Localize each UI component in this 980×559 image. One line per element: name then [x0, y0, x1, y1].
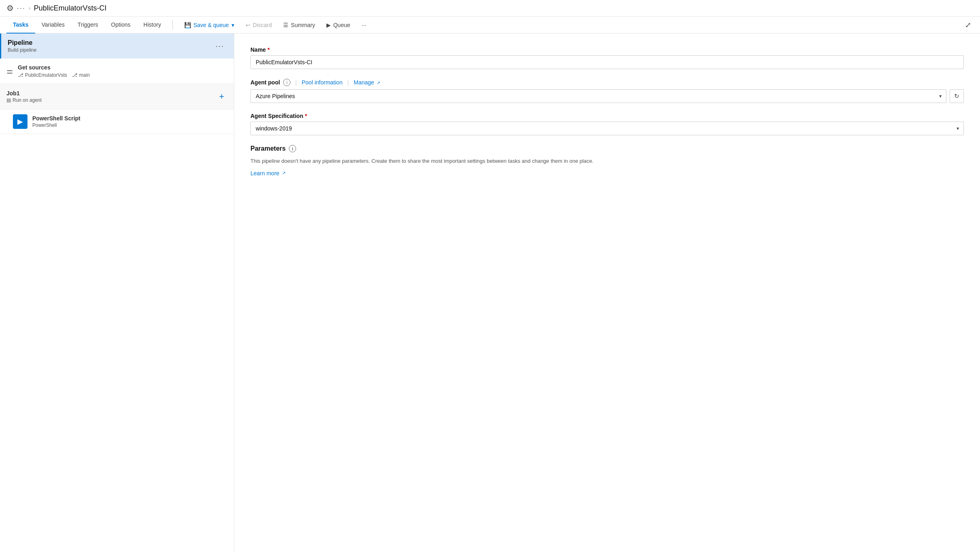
main-layout: Pipeline Build pipeline ··· ⚌ Get source… — [0, 34, 980, 552]
more-options-button[interactable]: ··· — [17, 4, 25, 13]
branch-info: ⎇ main — [72, 72, 90, 78]
agent-spec-label: Agent Specification * — [250, 113, 964, 119]
pipeline-more-button[interactable]: ··· — [212, 40, 227, 52]
sources-meta: ⎇ PublicEmulatorVsts ⎇ main — [18, 72, 90, 78]
pipeline-item-subtitle: Build pipeline — [8, 47, 36, 53]
agent-spec-group: Agent Specification * windows-2019 ▾ — [250, 113, 964, 135]
repo-name: PublicEmulatorVsts — [25, 72, 67, 78]
top-bar: ⚙ ··· › PublicEmulatorVsts-CI — [0, 0, 980, 17]
agent-pool-group: Agent pool i | Pool information | Manage… — [250, 79, 964, 103]
pool-information-link[interactable]: Pool information — [302, 79, 343, 86]
save-icon: 💾 — [184, 22, 191, 28]
pipeline-item-title: Pipeline — [8, 39, 36, 46]
pipe-sep-1: | — [295, 79, 297, 86]
name-label: Name * — [250, 46, 964, 53]
more-dots-icon: ··· — [362, 22, 366, 28]
nav-actions: 💾 Save & queue ▾ ↩ Discard ☰ Summary ▶ Q… — [179, 19, 371, 31]
page-title: PublicEmulatorVsts-CI — [34, 4, 107, 13]
left-panel: Pipeline Build pipeline ··· ⚌ Get source… — [0, 34, 234, 552]
save-queue-label: Save & queue — [193, 22, 229, 28]
parameters-section: Parameters i This pipeline doesn't have … — [250, 145, 964, 177]
agent-pool-info-icon[interactable]: i — [283, 79, 290, 86]
pipeline-item-info: Pipeline Build pipeline — [8, 39, 36, 53]
branch-icon: ⎇ — [72, 72, 78, 78]
external-link-icon: ↗ — [376, 80, 380, 85]
task-subtitle: PowerShell — [32, 122, 80, 128]
add-task-button[interactable]: + — [216, 90, 227, 103]
agent-pool-row: Agent pool i | Pool information | Manage… — [250, 79, 964, 86]
pool-select-wrapper: Azure Pipelines ▾ — [250, 89, 946, 103]
job1-subtitle: ▤ Run on agent — [6, 97, 42, 103]
tab-options[interactable]: Options — [105, 17, 137, 34]
branch-name: main — [79, 72, 90, 78]
queue-label: Queue — [333, 22, 350, 28]
pipeline-item[interactable]: Pipeline Build pipeline ··· — [0, 34, 234, 59]
agent-icon: ▤ — [6, 97, 11, 103]
name-input[interactable] — [250, 55, 964, 69]
more-nav-button[interactable]: ··· — [357, 19, 371, 31]
parameters-title: Parameters i — [250, 145, 964, 152]
job1-subtitle-text: Run on agent — [13, 97, 42, 103]
manage-link[interactable]: Manage ↗ — [354, 79, 380, 86]
agent-pool-label: Agent pool — [250, 79, 280, 86]
repo-icon: ⎇ — [18, 72, 23, 78]
queue-button[interactable]: ▶ Queue — [322, 19, 355, 31]
summary-label: Summary — [291, 22, 315, 28]
task-title: PowerShell Script — [32, 115, 80, 122]
refresh-pool-button[interactable]: ↻ — [950, 89, 964, 103]
nav-tabs: Tasks Variables Triggers Options History… — [0, 17, 980, 34]
parameters-info-icon[interactable]: i — [289, 145, 296, 152]
sources-title: Get sources — [18, 64, 90, 71]
sources-info: Get sources ⎇ PublicEmulatorVsts ⎇ main — [18, 64, 90, 78]
tab-variables[interactable]: Variables — [35, 17, 71, 34]
powershell-task-item[interactable]: ▶ PowerShell Script PowerShell — [0, 109, 234, 134]
name-field-group: Name * — [250, 46, 964, 69]
discard-button[interactable]: ↩ Discard — [241, 19, 277, 31]
undo-icon: ↩ — [246, 22, 250, 28]
tab-history[interactable]: History — [137, 17, 168, 34]
agent-spec-select-wrapper: windows-2019 ▾ — [250, 122, 964, 135]
get-sources-item[interactable]: ⚌ Get sources ⎇ PublicEmulatorVsts ⎇ mai… — [0, 59, 234, 84]
job1-info: Job1 ▤ Run on agent — [6, 90, 42, 103]
breadcrumb-chevron: › — [29, 5, 31, 11]
list-icon: ☰ — [283, 22, 288, 28]
discard-label: Discard — [253, 22, 272, 28]
filter-icon: ⚌ — [6, 67, 13, 76]
job1-item[interactable]: Job1 ▤ Run on agent + — [0, 84, 234, 109]
learn-more-external-icon: ↗ — [282, 170, 286, 176]
refresh-icon: ↻ — [954, 92, 959, 100]
tab-tasks[interactable]: Tasks — [6, 17, 35, 34]
play-icon: ▶ — [326, 22, 331, 28]
repo-info: ⎇ PublicEmulatorVsts — [18, 72, 67, 78]
agent-pool-select[interactable]: Azure Pipelines — [250, 89, 946, 103]
powershell-icon: ▶ — [17, 117, 23, 126]
save-queue-button[interactable]: 💾 Save & queue ▾ — [179, 19, 239, 31]
chevron-down-icon: ▾ — [231, 22, 234, 28]
agent-spec-required-star: * — [305, 113, 307, 119]
learn-more-link[interactable]: Learn more ↗ — [250, 170, 964, 177]
right-panel: Name * Agent pool i | Pool information |… — [234, 34, 980, 552]
task-info: PowerShell Script PowerShell — [32, 115, 80, 128]
tab-triggers[interactable]: Triggers — [71, 17, 105, 34]
pool-select-row: Azure Pipelines ▾ ↻ — [250, 89, 964, 103]
app-icon: ⚙ — [6, 3, 14, 13]
summary-button[interactable]: ☰ Summary — [278, 19, 320, 31]
nav-divider — [172, 20, 173, 30]
powershell-icon-box: ▶ — [13, 114, 27, 129]
parameters-description: This pipeline doesn't have any pipeline … — [250, 157, 964, 165]
pipe-sep-2: | — [347, 79, 349, 86]
expand-button[interactable]: ⤢ — [963, 18, 974, 32]
agent-spec-select[interactable]: windows-2019 — [250, 122, 964, 135]
name-required-star: * — [267, 46, 269, 53]
job1-title: Job1 — [6, 90, 42, 97]
